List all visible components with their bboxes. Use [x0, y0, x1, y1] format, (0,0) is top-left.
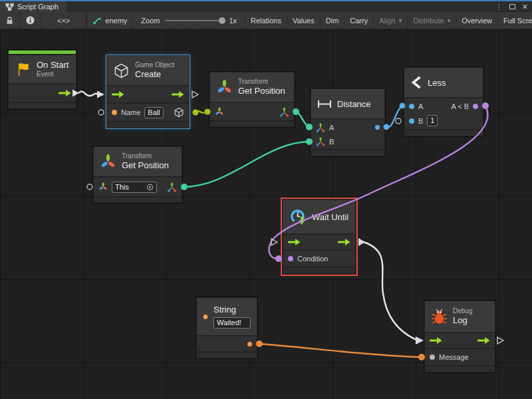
wait-until-icon [289, 208, 307, 226]
port-label: Name [121, 108, 140, 116]
maximize-icon[interactable] [509, 4, 515, 9]
distance-output-port[interactable] [375, 125, 380, 130]
code-icon: <×> [57, 17, 70, 25]
tab-script-graph[interactable]: Script Graph [0, 1, 66, 12]
node-distance[interactable]: Distance A [311, 88, 385, 156]
lock-button[interactable] [0, 12, 20, 29]
zoom-value: 1x [229, 17, 237, 25]
wire-getpositionbottom-to-distance-b[interactable] [181, 138, 313, 190]
message-input-port[interactable] [430, 354, 435, 360]
info-button[interactable] [20, 12, 41, 29]
target-object-field[interactable]: This [112, 182, 157, 193]
tabbar-empty [66, 1, 532, 12]
script-graph-window: Script Graph ⋮ ✕ <×> [0, 0, 532, 399]
node-footer [311, 150, 384, 156]
chevron-down-icon: ▾ [448, 17, 451, 24]
distribute-button[interactable]: Distribute ▾ [408, 12, 456, 29]
zoom-slider[interactable] [165, 20, 223, 21]
port-flow-out-unconnected[interactable] [192, 91, 198, 98]
node-surtitle: Game Object [135, 61, 174, 69]
flow-output-port[interactable] [338, 238, 350, 246]
target-value: This [115, 183, 129, 192]
distance-icon [317, 99, 332, 109]
overview-button[interactable]: Overview [456, 12, 498, 29]
node-surtitle: Debug [453, 307, 472, 315]
graph-asset-button[interactable]: enemy [87, 12, 133, 29]
relations-button[interactable]: Relations [245, 12, 287, 29]
less-input-port-a[interactable] [409, 104, 414, 109]
node-footer [210, 122, 294, 126]
name-field[interactable]: Ball [144, 107, 163, 118]
dim-button[interactable]: Dim [321, 12, 345, 29]
node-title: Wait Until [312, 212, 348, 222]
flow-output-port[interactable] [172, 90, 184, 98]
node-wait-until[interactable]: Wait Until Condition [282, 199, 356, 275]
wire-getpositiontop-to-distance-a[interactable] [293, 108, 313, 130]
string-output-port[interactable] [247, 342, 252, 346]
string-icon [203, 308, 208, 326]
port-name-unconnected[interactable] [98, 110, 104, 115]
wire-create-to-getposition[interactable] [192, 108, 210, 115]
zoom-slider-knob[interactable] [219, 17, 225, 24]
graph-canvas[interactable]: On Start Event G [0, 30, 532, 399]
wire-waituntil-to-debuglog[interactable] [358, 238, 424, 344]
transform-icon [216, 79, 233, 96]
node-footer [94, 198, 182, 202]
values-label: Values [293, 17, 315, 25]
node-get-position-top[interactable]: Transform Get Position [209, 72, 295, 127]
object-picker-icon[interactable] [146, 184, 154, 191]
node-title: On Start [37, 60, 68, 70]
port-transform-unconnected[interactable] [87, 184, 92, 190]
edit-source-button[interactable]: <×> [41, 12, 86, 29]
window-menu-icon[interactable]: ⋮ [495, 3, 503, 11]
port-flow-out-unconnected[interactable] [497, 337, 503, 344]
node-title: String [213, 305, 251, 315]
node-surtitle: Transform [122, 152, 169, 160]
close-icon[interactable]: ✕ [522, 3, 528, 11]
transform-input-port[interactable] [98, 182, 108, 192]
align-button[interactable]: Align ▾ [374, 12, 408, 29]
node-subtitle: Event [37, 70, 68, 78]
transform-input-port[interactable] [215, 107, 224, 116]
port-label: B [418, 117, 423, 125]
flow-input-port[interactable] [288, 238, 301, 246]
flow-output-port[interactable] [59, 89, 71, 97]
node-less[interactable]: Less A A < B B 1 [404, 67, 483, 136]
node-footer [425, 366, 495, 372]
overview-label: Overview [462, 17, 492, 25]
carry-button[interactable]: Carry [344, 12, 374, 29]
node-debug-log[interactable]: Debug Log Message [424, 301, 495, 372]
node-get-position-bottom[interactable]: Transform Get Position This [93, 146, 182, 203]
condition-input-port[interactable] [288, 256, 293, 261]
name-input-port[interactable] [112, 110, 117, 115]
string-value-field[interactable]: Waited! [213, 317, 251, 329]
node-game-object-create[interactable]: Game Object Create Name Ball [106, 55, 190, 128]
wire-onstart-to-create[interactable] [72, 90, 104, 98]
lock-icon [6, 16, 13, 25]
node-title: Get Position [122, 160, 169, 171]
game-object-output-port[interactable] [174, 107, 184, 118]
wire-string-to-debuglog-message[interactable] [256, 340, 425, 360]
node-on-start-event[interactable]: On Start Event [8, 50, 76, 109]
flow-input-port[interactable] [112, 90, 124, 98]
flow-input-port[interactable] [430, 336, 442, 344]
less-input-port-b[interactable] [409, 118, 414, 124]
wire-distance-to-less-a[interactable] [384, 103, 406, 130]
less-output-port[interactable] [473, 104, 478, 109]
vector3-input-port-b[interactable] [316, 137, 325, 146]
node-title: Log [453, 315, 472, 326]
port-flow-in-unconnected[interactable] [271, 239, 277, 245]
node-string-literal[interactable]: String Waited! [196, 297, 257, 358]
flow-output-port[interactable] [477, 336, 490, 344]
vector3-output-port[interactable] [279, 107, 289, 117]
vector3-output-port[interactable] [167, 182, 177, 192]
port-label: B [329, 138, 334, 146]
vector3-input-port-a[interactable] [316, 123, 325, 132]
b-value-field[interactable]: 1 [427, 115, 438, 126]
values-button[interactable]: Values [287, 12, 321, 29]
port-label: Message [439, 353, 469, 361]
full-screen-button[interactable]: Full Screen [498, 12, 532, 29]
node-footer [107, 122, 189, 128]
port-less-b-unconnected[interactable] [396, 118, 401, 124]
cube-icon [113, 63, 130, 79]
